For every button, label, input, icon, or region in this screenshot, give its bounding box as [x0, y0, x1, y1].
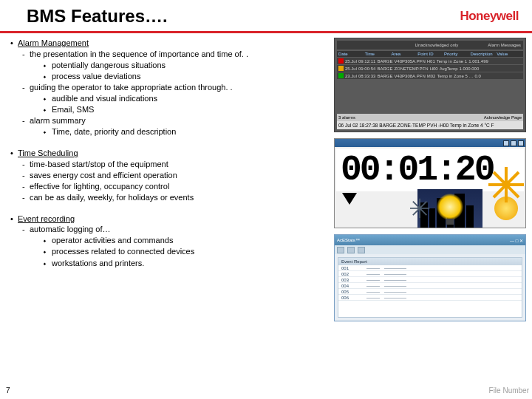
alarm-menu: Alarm Messages	[488, 43, 521, 47]
bullet-dot: •	[10, 38, 18, 49]
alarm-count: 3 alarms	[338, 115, 355, 120]
event-row: 006————————	[338, 295, 522, 301]
item: processes related to connected devices	[52, 246, 330, 257]
sub-text: saves energy cost and efficient operatio…	[30, 170, 330, 181]
section-title: Time Scheduling	[18, 148, 330, 159]
alarm-tab: Unacknowledged only	[415, 43, 459, 47]
status-square-red	[338, 58, 344, 64]
scheduler-screenshot: 00:01:20 ✳	[334, 138, 526, 228]
window-max-icon	[511, 140, 516, 146]
sub-text: guiding the operator to take appropriate…	[30, 82, 330, 93]
event-report-screenshot: AcEStats™— □ ✕ Event Report 001———————— …	[334, 234, 526, 321]
toolbar-icon	[358, 247, 365, 253]
sub-text: can be as daily, weekly, for holidays or…	[30, 192, 330, 203]
sub-text: effective for lighting, occupancy contro…	[30, 181, 330, 192]
alarm-row: 25.Jul09:00:54BARGEZONETEMP.PFNH00AvgTem…	[337, 65, 523, 72]
slide-body: •Alarm Management -the presentation in t…	[0, 33, 532, 321]
item: Time, date, priority and description	[52, 126, 330, 137]
item: Email, SMS	[52, 104, 330, 115]
status-square-orange	[338, 66, 344, 71]
event-row: 004————————	[338, 283, 522, 289]
alarm-row: 23.Jul08:33:33BARGEV43P308A.PFNM02Temp i…	[337, 72, 523, 79]
item: audible and visual indications	[52, 93, 330, 104]
alarm-screenshot: Unacknowledged onlyAlarm Messages DateTi…	[334, 38, 526, 132]
sub-text: automatic logging of…	[30, 224, 330, 235]
item: workstations and printers.	[52, 258, 330, 269]
slide-header: BMS Features…. Honeywell	[0, 0, 532, 33]
window-controls-icon: — □ ✕	[510, 238, 523, 243]
slide-footer: 7 File Number	[0, 386, 532, 395]
sub-text: time-based start/stop of the equipment	[30, 159, 330, 170]
section-alarm: •Alarm Management -the presentation in t…	[10, 38, 330, 137]
sun-icon	[482, 185, 526, 228]
window-close-icon	[518, 140, 524, 146]
alarm-col-headers: DateTimeAreaPoint IDPriorityDescriptionV…	[337, 51, 523, 57]
event-app-name: AcEStats™	[337, 238, 360, 242]
ack-page-button: Acknowledge Page	[484, 115, 522, 120]
event-row: 002————————	[338, 271, 522, 277]
arrow-down-icon	[342, 193, 357, 205]
event-report-title: Event Report	[338, 258, 522, 265]
slide-title: BMS Features….	[27, 6, 168, 27]
event-row: 005————————	[338, 289, 522, 295]
status-square-green	[338, 73, 344, 78]
item: operator activities and commands	[52, 235, 330, 246]
event-row: 003————————	[338, 277, 522, 283]
lightbulb-icon	[437, 194, 463, 220]
section-scheduling: •Time Scheduling -time-based start/stop …	[10, 148, 330, 202]
item: potentially dangerous situations	[52, 60, 330, 71]
item: process value deviations	[52, 71, 330, 82]
section-title: Event recording	[18, 214, 330, 225]
illustration-column: Unacknowledged onlyAlarm Messages DateTi…	[334, 38, 526, 321]
window-min-icon	[503, 140, 509, 146]
section-event: •Event recording -automatic logging of… …	[10, 214, 330, 269]
alarm-row: 25.Jul09:12:11BARGEV43P305A.PFNH01Temp i…	[337, 58, 523, 64]
toolbar-icon	[347, 247, 355, 253]
sub-text: the presentation in the sequence of impo…	[30, 49, 330, 60]
brand-logo: Honeywell	[460, 9, 519, 24]
page-number: 7	[6, 386, 10, 395]
snowflake-icon: ✳	[409, 194, 431, 225]
file-number-label: File Number	[489, 386, 529, 395]
event-row: 001————————	[338, 265, 522, 271]
sub-text: alarm summary	[30, 115, 330, 126]
bullet-column: •Alarm Management -the presentation in t…	[10, 38, 330, 321]
toolbar-icon	[337, 247, 344, 253]
section-title: Alarm Management	[18, 38, 330, 49]
alarm-caption: 06 Jul 02 18:27:38 BARGE ZONE-TEMP PVH -…	[337, 121, 523, 129]
